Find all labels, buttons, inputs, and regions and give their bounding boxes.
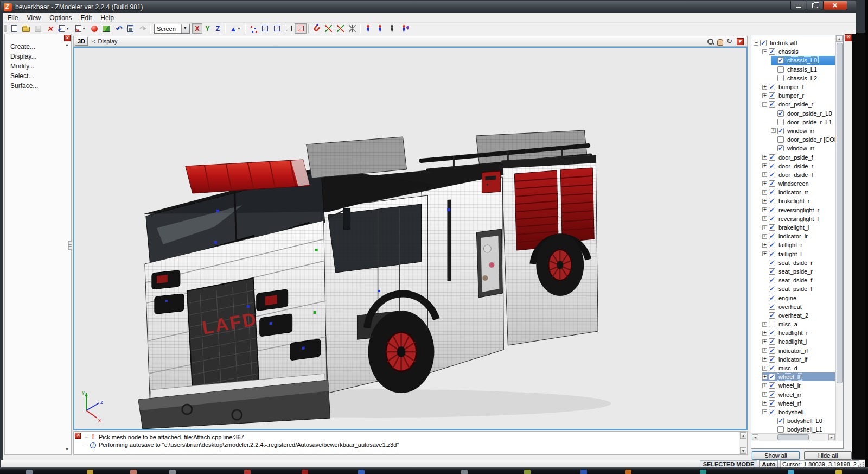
tree-item[interactable]: seat_pside_r <box>762 267 835 276</box>
magnet-icon[interactable] <box>310 23 322 34</box>
tree-item[interactable]: wheel_rf <box>762 399 835 408</box>
separator[interactable] <box>223 24 227 33</box>
taskbar-app-icon[interactable] <box>524 470 531 474</box>
tree-expander-icon[interactable] <box>762 172 767 177</box>
tree-checkbox[interactable] <box>769 84 775 90</box>
tree-checkbox[interactable] <box>769 330 775 336</box>
command-item[interactable]: Select... <box>10 71 38 81</box>
tree-checkbox[interactable] <box>769 260 775 266</box>
taskbar-app-icon[interactable] <box>625 470 631 474</box>
tree-expander-icon[interactable] <box>762 163 767 168</box>
move-axes-icon[interactable] <box>322 23 334 34</box>
tree-vertical-scrollbar[interactable] <box>835 35 843 441</box>
minimize-button[interactable] <box>790 1 806 10</box>
bone-person-2-icon[interactable] <box>374 23 386 34</box>
scrollbar-thumb[interactable] <box>837 43 843 383</box>
view-name-label[interactable]: Display <box>98 38 117 45</box>
log-scrollbar[interactable] <box>739 432 747 454</box>
tree-checkbox[interactable] <box>769 304 775 310</box>
command-item[interactable]: Modify... <box>10 61 38 71</box>
taskbar-app-icon[interactable] <box>358 470 365 474</box>
tree-checkbox[interactable] <box>769 233 775 239</box>
taskbar-app-icon[interactable] <box>26 470 33 474</box>
render-icon[interactable] <box>88 23 100 34</box>
tree-checkbox[interactable] <box>769 312 775 319</box>
command-item[interactable]: Display... <box>10 52 38 61</box>
tree-item[interactable]: overheat_2 <box>762 311 835 320</box>
tree-item[interactable]: bumper_r <box>762 91 835 100</box>
tree-expander-icon[interactable] <box>762 357 767 362</box>
zoom-icon[interactable] <box>706 37 714 46</box>
tree-item[interactable]: chassis <box>762 47 835 56</box>
taskbar-app-icon[interactable] <box>169 470 176 474</box>
taskbar-app-icon[interactable] <box>835 470 842 474</box>
tree-item[interactable]: indicator_lr <box>762 232 835 241</box>
tree-checkbox[interactable] <box>760 40 767 46</box>
gizmo-cone-icon[interactable] <box>227 23 243 34</box>
separator[interactable] <box>307 24 310 33</box>
tree-checkbox[interactable] <box>777 110 784 117</box>
close-icon[interactable] <box>64 35 71 41</box>
toolbar-grip[interactable] <box>4 24 7 33</box>
walk-person-icon[interactable] <box>386 23 398 34</box>
tree-item[interactable]: misc_d <box>762 364 835 372</box>
chevron-down-icon[interactable] <box>181 24 189 33</box>
maximize-view-icon[interactable] <box>737 38 744 45</box>
tree-item[interactable]: seat_dside_f <box>762 276 835 285</box>
axis-y-button[interactable]: Y <box>202 23 213 34</box>
bone-person-1-icon[interactable] <box>362 23 374 34</box>
command-item[interactable]: Create... <box>10 42 38 52</box>
cube-mode-2-icon[interactable] <box>271 23 283 34</box>
new-file-icon[interactable] <box>8 23 20 34</box>
tree-item[interactable]: windscreen <box>762 179 835 188</box>
tree-expander-icon[interactable] <box>762 199 767 204</box>
tree-item[interactable]: window_rr <box>771 144 835 153</box>
tree-item[interactable]: reversinglight_r <box>762 206 835 214</box>
tree-item[interactable]: door_pside_f <box>762 153 835 161</box>
tree-expander-icon[interactable] <box>762 49 767 54</box>
tree-checkbox[interactable] <box>769 154 775 161</box>
tree-checkbox[interactable] <box>777 75 784 81</box>
log-line[interactable]: Pick mesh node to be attached. file:Atta… <box>85 433 738 441</box>
tree-item[interactable]: bumper_f <box>762 83 835 91</box>
delete-icon[interactable] <box>44 23 56 34</box>
view-mode-button[interactable]: 3D <box>75 37 88 46</box>
panel-splitter[interactable] <box>68 241 72 250</box>
tree-checkbox[interactable] <box>777 418 784 424</box>
tree-item[interactable]: indicator_rr <box>762 188 835 197</box>
separator[interactable] <box>148 24 152 33</box>
tree-item[interactable]: seat_dside_r <box>762 258 835 267</box>
tree-item[interactable]: door_pside_r <box>762 100 835 109</box>
restore-button[interactable] <box>807 1 822 10</box>
tree-checkbox[interactable] <box>769 391 775 398</box>
tree-expander-icon[interactable] <box>762 181 767 186</box>
tree-expander-icon[interactable] <box>762 155 767 160</box>
group-person-icon[interactable] <box>398 23 414 34</box>
taskbar-app-icon[interactable] <box>87 470 93 474</box>
tree-checkbox[interactable] <box>769 172 775 178</box>
axis-x-button[interactable]: X <box>192 23 202 34</box>
scroll-up-icon[interactable] <box>740 432 746 439</box>
tree-expander-icon[interactable] <box>762 375 767 380</box>
star-axes-icon[interactable] <box>346 23 358 34</box>
tree-expander-icon[interactable] <box>762 331 767 336</box>
tree-expander-icon[interactable] <box>762 401 767 406</box>
scroll-down-icon[interactable] <box>740 447 746 454</box>
close-icon[interactable] <box>75 433 81 439</box>
taskbar-app-icon[interactable] <box>461 470 468 474</box>
tree-item[interactable]: wheel_rr <box>762 390 835 399</box>
taskbar-app-icon[interactable] <box>302 470 308 474</box>
tree-expander-icon[interactable] <box>762 190 767 195</box>
tree-item[interactable]: firetruk.wft <box>754 39 835 47</box>
vertices-mode-icon[interactable] <box>247 23 259 34</box>
cross-axes-icon[interactable] <box>334 23 346 34</box>
log-window-icon[interactable] <box>124 23 136 34</box>
scroll-up-icon[interactable] <box>64 42 70 48</box>
tree-checkbox[interactable] <box>777 57 784 64</box>
export-icon[interactable] <box>72 23 88 34</box>
tree-expander-icon[interactable] <box>762 383 767 388</box>
title-bar[interactable]: bewerkbaar - ZModeler ver 2.2.4 (Build 9… <box>1 1 856 13</box>
show-all-button[interactable]: Show all <box>752 451 800 460</box>
scroll-down-icon[interactable] <box>64 447 70 453</box>
hide-all-button[interactable]: Hide all <box>804 451 852 460</box>
